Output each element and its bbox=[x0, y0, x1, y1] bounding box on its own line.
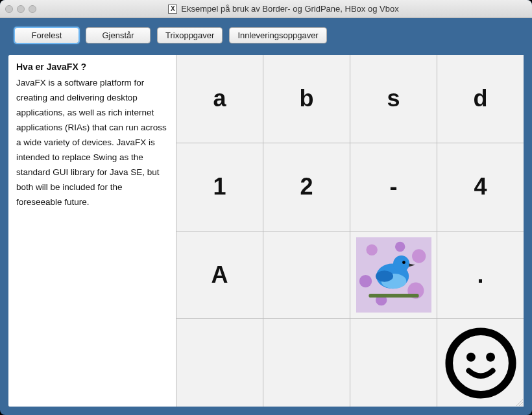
close-icon[interactable] bbox=[5, 5, 13, 13]
x11-icon: X bbox=[168, 5, 177, 14]
app-window: X Eksempel på bruk av Border- og GridPan… bbox=[0, 0, 532, 415]
svg-point-16 bbox=[486, 352, 495, 361]
toolbar: Forelest Gjenstår Trixoppgaver Innleveri… bbox=[0, 18, 532, 55]
grid-cell: 1 bbox=[176, 143, 263, 231]
svg-point-2 bbox=[412, 249, 426, 263]
sidebar-body: JavaFX is a software platform for creati… bbox=[16, 76, 168, 209]
svg-point-6 bbox=[394, 242, 404, 252]
grid-cell-smiley bbox=[437, 319, 524, 407]
smiley-icon bbox=[443, 326, 518, 401]
svg-line-19 bbox=[522, 405, 523, 406]
grid-cell: a bbox=[176, 55, 263, 143]
grid-cell bbox=[263, 319, 350, 407]
grid-cell-image bbox=[350, 231, 437, 319]
grid-cell: - bbox=[350, 143, 437, 231]
content-area: Hva er JavaFX ? JavaFX is a software pla… bbox=[8, 55, 524, 407]
grid-cell: 4 bbox=[437, 143, 524, 231]
title-center: X Eksempel på bruk av Border- og GridPan… bbox=[40, 4, 527, 14]
grid-cell bbox=[263, 231, 350, 319]
svg-point-14 bbox=[449, 331, 512, 394]
svg-point-12 bbox=[375, 270, 393, 281]
svg-point-9 bbox=[393, 255, 409, 272]
innleveringsoppgaver-button[interactable]: Innleveringsoppgaver bbox=[229, 27, 326, 43]
grid-cell bbox=[176, 319, 263, 407]
gjenstar-button[interactable]: Gjenstår bbox=[86, 27, 151, 43]
titlebar: X Eksempel på bruk av Border- og GridPan… bbox=[0, 0, 532, 18]
bird-image-icon bbox=[356, 237, 431, 313]
minimize-icon[interactable] bbox=[17, 5, 25, 13]
grid-cell: s bbox=[350, 55, 437, 143]
grid-cell: d bbox=[437, 55, 524, 143]
grid-cell: b bbox=[263, 55, 350, 143]
sidebar: Hva er JavaFX ? JavaFX is a software pla… bbox=[8, 55, 176, 407]
svg-point-15 bbox=[466, 352, 475, 361]
window-title: Eksempel på bruk av Border- og GridPane,… bbox=[181, 4, 398, 14]
svg-point-3 bbox=[359, 275, 371, 287]
grid-cell: . bbox=[437, 231, 524, 319]
maximize-icon[interactable] bbox=[29, 5, 36, 13]
forelest-button[interactable]: Forelest bbox=[14, 27, 79, 43]
grid-pane: a b s d 1 2 - 4 A bbox=[176, 55, 524, 407]
grid-cell: A bbox=[176, 231, 263, 319]
sidebar-heading: Hva er JavaFX ? bbox=[16, 62, 168, 72]
svg-point-10 bbox=[402, 261, 405, 264]
svg-point-1 bbox=[366, 244, 377, 255]
grid-cell: 2 bbox=[263, 143, 350, 231]
grid-cell bbox=[350, 319, 437, 407]
resize-handle-icon[interactable] bbox=[515, 398, 523, 406]
svg-rect-13 bbox=[369, 294, 418, 298]
trixoppgaver-button[interactable]: Trixoppgaver bbox=[157, 27, 223, 43]
